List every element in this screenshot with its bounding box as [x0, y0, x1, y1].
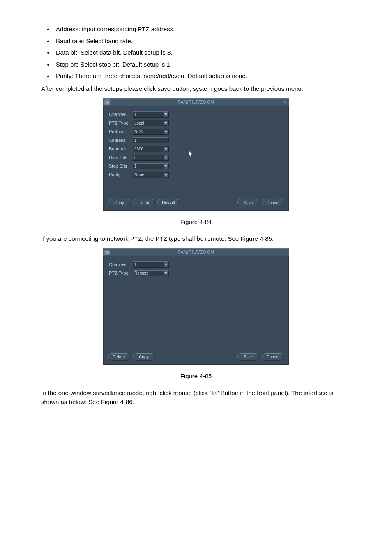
paste-button[interactable]: Paste: [133, 199, 155, 206]
bullet-text: Address: input corresponding PTZ address…: [56, 25, 175, 32]
figure-caption: Figure 4-84: [41, 217, 351, 227]
ptztype-select[interactable]: Local: [133, 120, 169, 126]
ptztype-label: PTZ Type: [109, 120, 133, 127]
address-input[interactable]: 1: [133, 137, 169, 143]
channel-value: 1: [134, 262, 137, 267]
svg-point-1: [107, 102, 108, 103]
channel-select[interactable]: 1: [133, 111, 169, 118]
parity-select[interactable]: None: [133, 172, 169, 178]
parity-value: None: [134, 172, 144, 178]
dialog-body: Channel 1 PTZ Type Remote: [103, 256, 289, 351]
svg-point-3: [107, 252, 108, 253]
ptztype-label: PTZ Type: [109, 270, 133, 277]
bullet-list: Address: input corresponding PTZ address…: [41, 25, 351, 81]
ptz-icon: [104, 99, 110, 105]
protocol-select[interactable]: NONE: [133, 129, 169, 135]
chevron-down-icon: [164, 271, 168, 275]
chevron-down-icon: [164, 262, 168, 267]
bullet-text: Data bit: Select data bit. Default setup…: [56, 49, 173, 56]
databits-select[interactable]: 8: [133, 155, 169, 161]
stopbits-value: 1: [134, 164, 137, 169]
save-button[interactable]: Save: [237, 353, 259, 361]
channel-value: 1: [134, 112, 137, 117]
default-button[interactable]: Default: [157, 199, 180, 206]
ptztype-value: Local: [134, 120, 144, 126]
ptztype-value: Remote: [134, 271, 149, 276]
address-value: 1: [134, 138, 137, 143]
chevron-down-icon: [164, 164, 168, 169]
stopbits-select[interactable]: 1: [133, 163, 169, 169]
dialog-titlebar: PAN/TILT/ZOOM ✕: [103, 99, 289, 106]
bullet-item: Baud rate: Select baud rate.: [41, 37, 351, 46]
ptz-icon: [104, 250, 110, 255]
close-icon[interactable]: ✕: [283, 99, 288, 104]
databits-value: 8: [134, 155, 137, 160]
chevron-down-icon: [164, 112, 168, 117]
dialog-title: PAN/TILT/ZOOM: [178, 99, 214, 106]
ptztype-select[interactable]: Remote: [133, 270, 169, 276]
protocol-value: NONE: [134, 129, 146, 134]
mouse-cursor-icon: [189, 150, 194, 159]
baudrate-value: 9600: [134, 146, 143, 152]
bullet-text: Baud rate: Select baud rate.: [56, 37, 133, 44]
copy-button[interactable]: Copy: [133, 353, 155, 361]
bullet-text: Stop bit: Select stop bit. Default setup…: [56, 61, 172, 68]
channel-label: Channel: [109, 111, 133, 118]
cancel-button[interactable]: Cancel: [262, 353, 284, 361]
chevron-down-icon: [164, 173, 168, 177]
baudrate-label: Baudrate: [109, 146, 133, 153]
databits-label: Data Bits: [109, 154, 133, 161]
bullet-text: Parity: There are three choices: none/od…: [56, 72, 247, 79]
chevron-down-icon: [164, 130, 168, 134]
chevron-down-icon: [164, 155, 168, 160]
bullet-item: Parity: There are three choices: none/od…: [41, 72, 351, 81]
paragraph: If you are connecting to network PTZ, th…: [41, 234, 351, 244]
address-label: Address: [109, 137, 133, 144]
dialog-body: Channel 1 PTZ Type Local Protocol NONE A…: [103, 106, 289, 197]
stopbits-label: Stop Bits: [109, 163, 133, 170]
chevron-down-icon: [164, 147, 168, 151]
ptz-dialog-remote: PAN/TILT/ZOOM Channel 1 PTZ Type Remote …: [103, 248, 289, 365]
dialog-title: PAN/TILT/ZOOM: [178, 249, 214, 256]
ptz-dialog-local: PAN/TILT/ZOOM ✕ Channel 1 PTZ Type Local…: [103, 98, 289, 211]
parity-label: Parity: [109, 171, 133, 178]
paragraph: After completed all the setups please cl…: [41, 84, 351, 94]
copy-button[interactable]: Copy: [108, 199, 130, 206]
figure-caption: Figure 4-85: [41, 372, 351, 381]
cancel-button[interactable]: Cancel: [262, 199, 284, 206]
bullet-item: Address: input corresponding PTZ address…: [41, 25, 351, 34]
bullet-item: Data bit: Select data bit. Default setup…: [41, 48, 351, 58]
dialog-titlebar: PAN/TILT/ZOOM: [103, 249, 289, 256]
protocol-label: Protocol: [109, 128, 133, 135]
paragraph: In the one-window surveillance mode, rig…: [41, 388, 351, 407]
save-button[interactable]: Save: [237, 199, 259, 206]
bullet-item: Stop bit: Select stop bit. Default setup…: [41, 60, 351, 69]
dialog-footer: Default Copy Save Cancel: [103, 351, 289, 365]
channel-label: Channel: [109, 261, 133, 268]
baudrate-select[interactable]: 9600: [133, 146, 169, 152]
chevron-down-icon: [164, 121, 168, 125]
channel-select[interactable]: 1: [133, 261, 169, 268]
default-button[interactable]: Default: [108, 353, 130, 361]
dialog-footer: Copy Paste Default Save Cancel: [103, 197, 289, 210]
